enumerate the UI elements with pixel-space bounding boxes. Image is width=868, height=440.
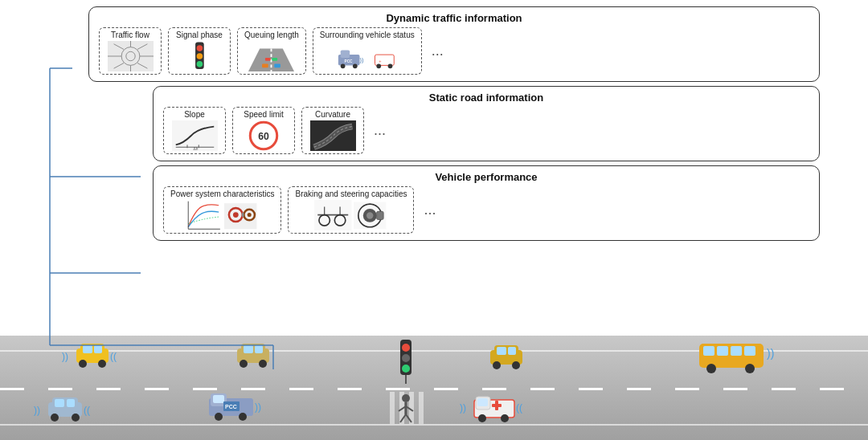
svg-text:PCC: PCC: [225, 404, 237, 409]
bus: )): [699, 344, 774, 373]
svg-rect-84: [244, 345, 253, 353]
svg-text:)): )): [34, 405, 40, 416]
svg-point-70: [79, 360, 87, 368]
curvature-item: Curvature: [301, 107, 364, 154]
svg-point-78: [51, 414, 59, 422]
svg-point-30: [341, 64, 346, 69]
braking-item: Braking and steering capacities: [288, 186, 414, 234]
signal-phase-label: Signal phase: [176, 31, 223, 39]
svg-rect-85: [255, 345, 263, 353]
svg-rect-29: [341, 50, 350, 58]
static-road-box: Static road information Slope: [153, 86, 820, 161]
svg-rect-76: [55, 399, 64, 407]
slope-item: Slope Δh: [163, 107, 226, 154]
tan-car-top: [237, 344, 269, 368]
svg-point-93: [215, 413, 223, 421]
pedestrian: [386, 392, 426, 424]
svg-rect-25: [275, 64, 281, 68]
speed-limit-icon: 60: [240, 120, 288, 151]
slope-label: Slope: [184, 110, 205, 119]
svg-point-19: [196, 45, 203, 51]
svg-rect-120: [477, 398, 488, 406]
svg-text:((: ((: [110, 351, 117, 362]
svg-text:PCC: PCC: [344, 59, 353, 63]
svg-rect-54: [242, 213, 244, 217]
speed-limit-item: Speed limit 60: [232, 107, 295, 154]
curvature-label: Curvature: [315, 110, 350, 119]
traffic-light-road: [400, 340, 411, 384]
surrounding-vehicle-item: Surrounding vehicle status PCC )): [313, 27, 422, 75]
curvature-icon: [309, 120, 357, 151]
svg-point-20: [196, 53, 203, 59]
queuing-length-icon: [248, 41, 296, 71]
svg-point-117: [512, 361, 520, 369]
svg-rect-69: [94, 345, 102, 353]
ambulance: )) ((: [460, 397, 522, 422]
traffic-flow-item: Traffic flow: [99, 27, 162, 75]
road-section: )) (( )) ((: [0, 244, 868, 440]
blue-car-bottom: )) ((: [34, 397, 90, 422]
static-title: Static road information: [163, 92, 809, 104]
speed-limit-label: Speed limit: [244, 110, 283, 119]
svg-rect-27: [272, 58, 278, 61]
svg-point-21: [196, 61, 203, 67]
svg-point-79: [72, 414, 80, 422]
svg-rect-122: [495, 401, 498, 410]
pcc-truck: PCC )): [209, 393, 261, 421]
svg-rect-131: [744, 346, 755, 356]
svg-rect-128: [703, 346, 714, 356]
queuing-length-item: Queuing length: [237, 27, 306, 75]
svg-rect-105: [419, 392, 424, 424]
signal-phase-icon: [175, 41, 223, 71]
svg-text:((: ((: [84, 405, 90, 416]
svg-point-94: [239, 413, 247, 421]
svg-rect-68: [83, 345, 92, 353]
svg-rect-130: [731, 346, 742, 356]
svg-text:)): )): [359, 56, 364, 63]
svg-point-37: [387, 64, 392, 69]
surrounding-vehicle-label: Surrounding vehicle status: [320, 31, 415, 39]
power-system-label: Power system characteristics: [170, 189, 274, 198]
vehicle-dots: ...: [424, 202, 436, 218]
svg-text:)): )): [460, 402, 466, 414]
road-vehicles-svg: )) (( )) ((: [0, 336, 868, 440]
svg-rect-34: [375, 55, 394, 65]
braking-icon: [307, 200, 395, 230]
queuing-length-label: Queuing length: [244, 31, 299, 39]
vehicle-items: Power system characteristics: [163, 186, 809, 234]
svg-rect-77: [67, 399, 75, 407]
svg-point-36: [376, 64, 381, 69]
svg-point-64: [366, 212, 373, 218]
braking-label: Braking and steering capacities: [295, 189, 407, 198]
svg-text:Δh: Δh: [193, 147, 198, 151]
tan-car2-top: [490, 345, 522, 369]
power-system-icon: [178, 200, 267, 230]
svg-point-51: [233, 212, 239, 218]
svg-point-132: [706, 364, 716, 373]
svg-point-124: [501, 414, 509, 422]
dynamic-title: Dynamic traffic information: [99, 12, 809, 24]
yellow-car-top: )) ((: [62, 344, 117, 368]
svg-point-71: [98, 360, 106, 368]
svg-rect-102: [390, 392, 395, 424]
dynamic-dots: ...: [432, 43, 444, 59]
svg-point-87: [259, 360, 267, 368]
vehicle-perf-box: Vehicle performance Power system charact…: [153, 165, 820, 241]
svg-point-31: [353, 64, 358, 69]
svg-text:)): )): [767, 347, 774, 360]
svg-point-133: [745, 364, 755, 373]
svg-point-97: [402, 344, 410, 352]
svg-rect-90: [213, 395, 224, 403]
traffic-flow-label: Traffic flow: [111, 31, 149, 39]
surrounding-vehicle-icon: PCC )) +: [335, 41, 399, 71]
svg-text:60: 60: [258, 131, 269, 142]
power-system-item: Power system characteristics: [163, 186, 281, 234]
signal-phase-item: Signal phase: [168, 27, 231, 75]
vehicle-title: Vehicle performance: [163, 171, 809, 183]
svg-rect-65: [376, 211, 383, 219]
svg-point-99: [402, 365, 410, 373]
main-container: Dynamic traffic information Traffic flow: [0, 0, 868, 440]
svg-text:)): )): [62, 351, 68, 362]
svg-point-123: [478, 414, 486, 422]
dynamic-traffic-box: Dynamic traffic information Traffic flow: [88, 6, 820, 82]
